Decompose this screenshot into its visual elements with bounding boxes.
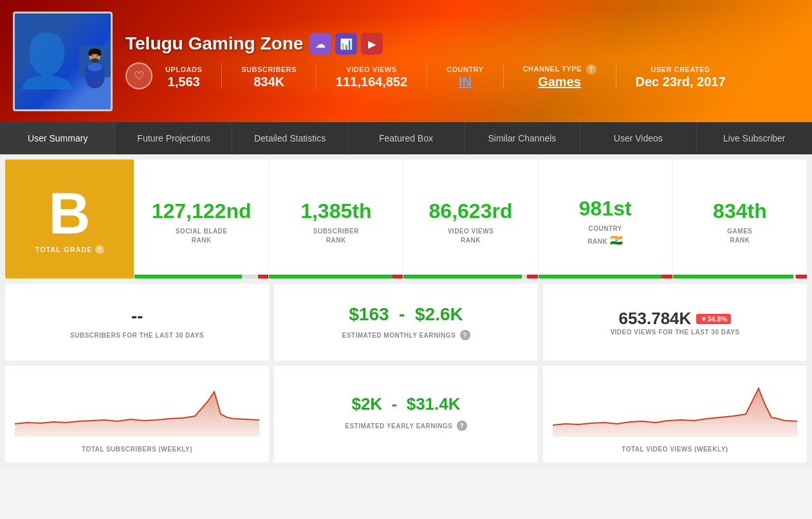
grade-letter: B [49,185,91,242]
nav-bar: User Summary Future Projections Detailed… [0,122,812,154]
subscriber-rank-value: 1,385th [300,199,371,223]
subscriber-rank-label: SUBSCRIBERRANK [313,227,359,245]
svg-point-5 [92,55,94,57]
main-content: B TOTAL GRADE ? 127,122nd SOCIAL BLADERA… [0,154,812,468]
svg-point-10 [91,58,99,62]
views-weekly-label: TOTAL VIDEO VIEWS (WEEKLY) [622,446,728,453]
rank-bar-red [392,275,403,278]
cloud-icon-button[interactable]: ☁ [309,33,331,55]
avatar [13,12,113,111]
channel-title-row: Telugu Gaming Zone ☁ 📊 ▶ [125,33,799,55]
social-blade-rank-value: 127,122nd [152,199,252,223]
uploads-stat: UPLOADS 1,563 [165,63,202,89]
favorite-button[interactable]: ♡ [125,62,152,89]
nav-live-subscriber[interactable]: Live Subscriber [697,122,812,154]
rank-bar-red [258,275,269,278]
rank-cards: 127,122nd SOCIAL BLADERANK 1,385th SUBSC… [134,159,807,278]
subscribers-value: 834K [241,75,297,89]
games-rank-card: 834th GAMESRANK [672,159,807,278]
nav-future-projections[interactable]: Future Projections [116,122,232,154]
yearly-earnings-value: $2K - $31.4K [351,394,460,414]
views-30-number: 653.784K [619,309,692,329]
channel-name: Telugu Gaming Zone [125,33,303,54]
subscribers-weekly-chart-card: TOTAL SUBSCRIBERS (WEEKLY) [5,366,269,462]
grade-rank-row: B TOTAL GRADE ? 127,122nd SOCIAL BLADERA… [5,159,807,278]
uploads-label: UPLOADS [165,66,202,73]
nav-user-summary[interactable]: User Summary [0,122,116,154]
channel-type-value[interactable]: Games [523,75,596,89]
stat-divider-1 [221,63,222,89]
views-weekly-svg [553,372,797,437]
nav-detailed-statistics[interactable]: Detailed Statistics [232,122,348,154]
nav-similar-channels[interactable]: Similar Channels [465,122,580,154]
channel-type-stat: CHANNEL TYPE ? Games [523,62,596,89]
rank-bar-red [661,275,672,278]
monthly-earnings-help-icon[interactable]: ? [460,330,470,340]
rank-bar-red [796,275,807,278]
views-30-value-row: 653.784K ▼34.8% [619,309,732,329]
subscribers-weekly-label: TOTAL SUBSCRIBERS (WEEKLY) [82,446,192,453]
video-views-rank-label: VIDEO VIEWSRANK [448,227,494,245]
rank-bar-fill [539,275,665,278]
yearly-earnings-help-icon[interactable]: ? [457,421,467,431]
country-stat: COUNTRY IN [447,63,483,89]
video-icon-button[interactable]: ▶ [361,33,383,55]
chart-row: TOTAL SUBSCRIBERS (WEEKLY) $2K - $31.4K … [5,366,807,462]
rank-bar-fill [269,275,392,278]
country-rank-bar [539,275,672,278]
views-30-days-card: 653.784K ▼34.8% VIDEO VIEWS FOR THE LAST… [543,284,807,361]
rank-bar-fill [673,275,793,278]
decline-badge: ▼34.8% [696,314,731,324]
user-created-stat: USER CREATED Dec 23rd, 2017 [636,63,726,89]
games-rank-label: GAMESRANK [727,227,752,245]
summary-cards-row: -- SUBSCRIBERS FOR THE LAST 30 DAYS $163… [5,284,807,361]
video-views-stat: VIDEO VIEWS 111,164,852 [336,63,407,89]
grade-label: TOTAL GRADE ? [35,245,104,254]
subscribers-weekly-svg [15,372,259,437]
video-views-rank-value: 86,623rd [429,199,513,223]
views-30-label: VIDEO VIEWS FOR THE LAST 30 DAYS [610,329,739,336]
stat-divider-5 [616,63,616,89]
subscribers-weekly-chart-area [15,372,259,441]
rank-bar-fill [134,275,242,278]
subscriber-rank-card: 1,385th SUBSCRIBERRANK [268,159,403,278]
header-banner: Telugu Gaming Zone ☁ 📊 ▶ ♡ UPLOADS 1,563… [0,0,812,122]
subscriber-rank-bar [269,275,403,278]
monthly-earnings-card: $163 - $2.6K ESTIMATED MONTHLY EARNINGS … [274,284,538,361]
chart-icon-button[interactable]: 📊 [335,33,357,55]
svg-point-4 [88,62,102,71]
avatar-svg [79,14,111,109]
views-weekly-chart-area [553,372,797,441]
games-rank-value: 834th [713,199,767,223]
nav-user-videos[interactable]: User Videos [580,122,696,154]
yearly-earnings-label: ESTIMATED YEARLY EARNINGS ? [345,421,466,431]
rank-bar-fill [403,275,521,278]
social-blade-rank-label: SOCIAL BLADERANK [176,227,228,245]
country-label: COUNTRY [447,66,483,73]
svg-point-9 [97,51,101,56]
channel-icons: ☁ 📊 ▶ [309,33,383,55]
monthly-earnings-label: ESTIMATED MONTHLY EARNINGS ? [342,330,470,340]
video-views-value: 111,164,852 [336,75,407,89]
user-created-label: USER CREATED [651,66,710,73]
stat-divider-2 [316,63,317,89]
country-rank-card: 981st COUNTRYRANK 🇮🇳 [538,159,672,278]
user-created-value: Dec 23rd, 2017 [636,75,726,89]
monthly-earnings-value: $163 - $2.6K [349,304,463,325]
grade-box: B TOTAL GRADE ? [5,159,134,278]
nav-featured-box[interactable]: Featured Box [348,122,464,154]
subscribers-label: SUBSCRIBERS [241,66,297,73]
grade-help-icon[interactable]: ? [95,245,104,254]
channel-type-label: CHANNEL TYPE ? [523,65,596,73]
country-value[interactable]: IN [447,75,483,89]
rank-bar-red [527,275,538,278]
india-flag-icon: 🇮🇳 [610,235,623,246]
subscribers-stat: SUBSCRIBERS 834K [241,63,297,89]
stat-divider-4 [503,63,504,89]
channel-info: Telugu Gaming Zone ☁ 📊 ▶ ♡ UPLOADS 1,563… [125,33,799,89]
country-rank-value: 981st [579,197,632,221]
video-views-rank-bar [403,275,537,278]
channel-type-help-icon[interactable]: ? [586,64,596,75]
channel-stats-row: ♡ UPLOADS 1,563 SUBSCRIBERS 834K VIDEO V… [125,62,799,89]
subscribers-30-days-card: -- SUBSCRIBERS FOR THE LAST 30 DAYS [5,284,269,361]
